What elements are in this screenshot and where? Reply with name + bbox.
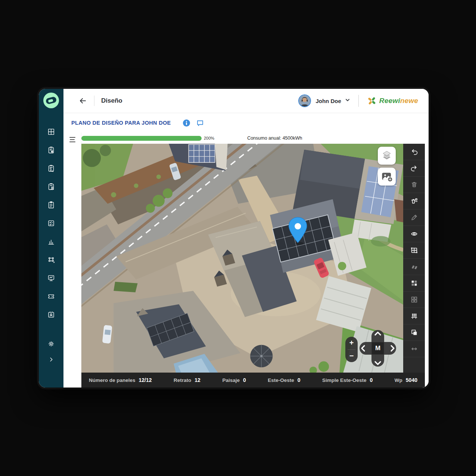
sidebar-item-design-polygon-icon[interactable] — [47, 256, 55, 264]
status-east-west: Este-Oeste0 — [268, 377, 300, 383]
redo-button[interactable] — [403, 160, 425, 177]
sidebar-item-monitor-chart-icon[interactable] — [47, 274, 55, 282]
panel-slant-icon — [410, 263, 418, 271]
sidebar-item-clipboard-icon[interactable] — [47, 201, 55, 209]
status-simple-east-west: Simple Este-Oeste0 — [322, 377, 373, 383]
duplicate-icon — [410, 329, 418, 336]
menu-hamburger-icon[interactable] — [69, 137, 75, 142]
panel-slant-button[interactable] — [403, 259, 425, 275]
squares-outline-icon — [410, 296, 418, 304]
map-zoom-control: + − — [345, 337, 358, 362]
annual-consumption: Consumo anual: 4500kWh — [247, 136, 302, 141]
back-button[interactable] — [78, 96, 87, 105]
header: Diseño John Doe — [63, 89, 429, 113]
undo-button[interactable] — [403, 144, 425, 160]
horizontal-resize-icon — [410, 345, 418, 353]
map-layers-button[interactable] — [378, 147, 396, 165]
panel-status-bar: Número de paneles12/12 Retrato12 Paisaje… — [81, 373, 425, 388]
panel-grid-button[interactable] — [403, 242, 425, 259]
squares-filled-icon — [410, 279, 418, 287]
subheader: PLANO DE DISEÑO PARA JOHN DOE — [63, 113, 429, 133]
zoom-out-button[interactable]: − — [345, 350, 358, 363]
sidebar-item-document-euro-icon[interactable] — [47, 146, 55, 154]
trash-icon — [410, 181, 418, 189]
sidebar-item-document-person-icon[interactable] — [47, 183, 55, 191]
sidebar-bottom — [47, 340, 55, 364]
app-logo[interactable] — [43, 93, 59, 108]
progress-percent: 200% — [204, 136, 214, 140]
info-icon[interactable] — [183, 119, 190, 127]
progress-row: 200% Consumo anual: 4500kWh — [81, 133, 425, 144]
sidebar-item-document-wrench-icon[interactable] — [47, 164, 55, 172]
squares-outline-button[interactable] — [403, 292, 425, 308]
comment-icon[interactable] — [196, 119, 204, 127]
header-divider — [94, 96, 94, 106]
sidebar-item-dashboard-icon[interactable] — [47, 128, 55, 136]
status-landscape: Paisaje0 — [222, 377, 246, 383]
map-satellite-view[interactable]: + − — [81, 144, 403, 373]
edit-button[interactable] — [403, 209, 425, 226]
pencil-icon — [410, 214, 418, 221]
progress-bar — [81, 136, 202, 141]
delete-button[interactable] — [403, 177, 425, 193]
page-title: Diseño — [101, 97, 122, 105]
status-portrait: Retrato12 — [174, 377, 200, 383]
brand-logo: Reewinewe — [367, 96, 418, 106]
pan-center-button[interactable]: M — [375, 345, 380, 352]
status-wp: Wp5040 — [395, 377, 417, 383]
delete-all-button[interactable] — [403, 193, 425, 209]
add-image-button[interactable] — [378, 168, 396, 186]
panel-grid-icon — [410, 246, 418, 254]
layers-icon — [381, 150, 393, 162]
trash-clear-icon — [410, 197, 418, 205]
duplicate-button[interactable] — [403, 324, 425, 341]
sidebar-nav — [47, 128, 55, 319]
panel-table-button[interactable] — [403, 308, 425, 324]
visibility-button[interactable] — [403, 226, 425, 242]
eye-icon — [410, 230, 418, 238]
right-gutter — [425, 133, 429, 388]
header-divider-2 — [358, 95, 359, 107]
sidebar-item-contact-card-icon[interactable] — [47, 311, 55, 319]
app-window: Diseño John Doe — [39, 89, 429, 388]
user-avatar[interactable] — [298, 94, 311, 107]
map-pan-control: M — [359, 330, 396, 367]
horizontal-resize-button[interactable] — [403, 341, 425, 357]
sidebar-item-ticket-icon[interactable] — [47, 292, 55, 301]
user-name[interactable]: John Doe — [315, 98, 341, 104]
sidebar — [39, 89, 63, 388]
brand-name: Reewinewe — [379, 97, 418, 105]
sidebar-item-checklist-icon[interactable] — [47, 219, 55, 227]
settings-gear-icon[interactable] — [47, 340, 55, 348]
solar-array-top — [189, 144, 215, 162]
left-gutter — [63, 133, 81, 388]
panel-table-icon — [410, 312, 418, 320]
add-image-icon — [380, 170, 393, 183]
expand-chevron-icon[interactable] — [47, 355, 55, 364]
plan-title: PLANO DE DISEÑO PARA JOHN DOE — [71, 120, 171, 126]
squares-filled-button[interactable] — [403, 275, 425, 292]
patio-umbrella — [250, 345, 273, 367]
redo-icon — [410, 164, 418, 172]
undo-icon — [410, 148, 418, 156]
zoom-in-button[interactable]: + — [345, 337, 358, 349]
status-total-panels: Número de paneles12/12 — [89, 377, 152, 383]
design-toolbar — [403, 144, 425, 373]
sidebar-item-bar-chart-icon[interactable] — [47, 237, 55, 246]
brand-clover-icon — [367, 96, 377, 106]
chevron-down-icon[interactable] — [345, 97, 350, 104]
